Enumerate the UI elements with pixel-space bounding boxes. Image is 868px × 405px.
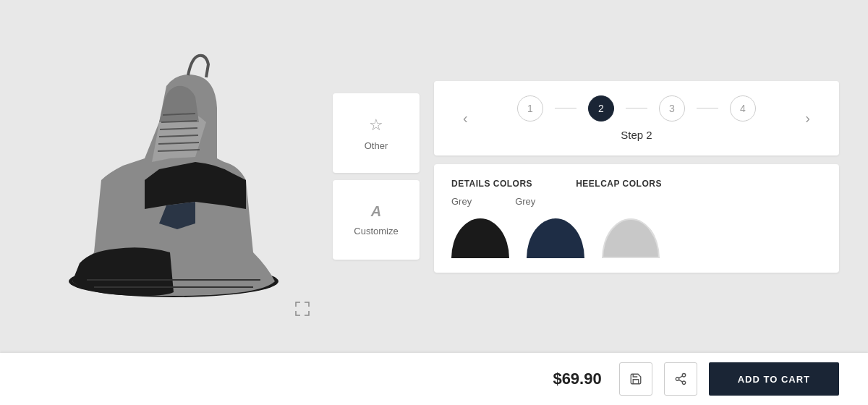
step-2-circle[interactable]: 2 bbox=[588, 95, 614, 122]
customize-label: Customize bbox=[354, 226, 398, 236]
boot-illustration bbox=[51, 50, 297, 303]
step-connector-1 bbox=[555, 108, 576, 108]
other-card[interactable]: ☆ Other bbox=[333, 93, 420, 173]
step-connector-3 bbox=[697, 108, 718, 108]
share-button[interactable] bbox=[664, 362, 697, 396]
swatch-navy[interactable] bbox=[527, 218, 584, 258]
steps-row: 1 2 3 4 bbox=[517, 95, 756, 122]
save-button[interactable] bbox=[619, 362, 652, 396]
bottom-bar: $69.90 ADD TO CART bbox=[0, 353, 868, 405]
details-colors-label: DETAILS COLORS bbox=[451, 179, 532, 189]
swatch-black[interactable] bbox=[451, 218, 509, 258]
stepper-card: ‹ 1 2 3 4 bbox=[434, 81, 839, 155]
svg-point-10 bbox=[676, 378, 679, 381]
price-label: $69.90 bbox=[553, 370, 601, 388]
svg-line-12 bbox=[678, 380, 682, 382]
svg-point-9 bbox=[682, 374, 686, 378]
save-icon bbox=[629, 372, 642, 385]
heelcap-colors-label: HEELCAP COLORS bbox=[576, 179, 662, 189]
prev-step-button[interactable]: ‹ bbox=[456, 106, 475, 130]
details-color-value: Grey bbox=[451, 196, 472, 207]
share-icon bbox=[674, 372, 687, 385]
swatch-grey[interactable] bbox=[602, 218, 660, 258]
step-3-circle[interactable]: 3 bbox=[659, 95, 685, 122]
right-panel: ‹ 1 2 3 4 bbox=[434, 81, 839, 273]
boot-image bbox=[51, 50, 297, 303]
step-connector-2 bbox=[626, 108, 647, 108]
colors-values-row: Grey Grey bbox=[451, 196, 822, 207]
heelcap-color-value: Grey bbox=[515, 196, 535, 207]
boot-image-area bbox=[29, 25, 318, 328]
step-4-circle[interactable]: 4 bbox=[730, 95, 756, 122]
step-1-circle[interactable]: 1 bbox=[517, 95, 543, 122]
fullscreen-icon[interactable] bbox=[294, 300, 311, 321]
colors-card: DETAILS COLORS HEELCAP COLORS Grey Grey bbox=[434, 164, 839, 273]
side-panel: ☆ Other A Customize bbox=[333, 93, 420, 260]
svg-point-11 bbox=[682, 381, 686, 385]
colors-header: DETAILS COLORS HEELCAP COLORS bbox=[451, 179, 822, 189]
svg-line-13 bbox=[678, 376, 682, 378]
add-to-cart-button[interactable]: ADD TO CART bbox=[709, 362, 839, 396]
main-content: ☆ Other A Customize ‹ 1 2 bbox=[0, 0, 868, 353]
stepper-steps: 1 2 3 4 Step 2 bbox=[475, 95, 799, 141]
next-step-button[interactable]: › bbox=[798, 106, 817, 130]
other-label: Other bbox=[365, 140, 388, 151]
text-icon: A bbox=[371, 203, 381, 220]
star-icon: ☆ bbox=[369, 116, 383, 135]
step-label: Step 2 bbox=[621, 129, 652, 141]
customize-card[interactable]: A Customize bbox=[333, 180, 420, 260]
color-swatches-row bbox=[451, 218, 822, 258]
